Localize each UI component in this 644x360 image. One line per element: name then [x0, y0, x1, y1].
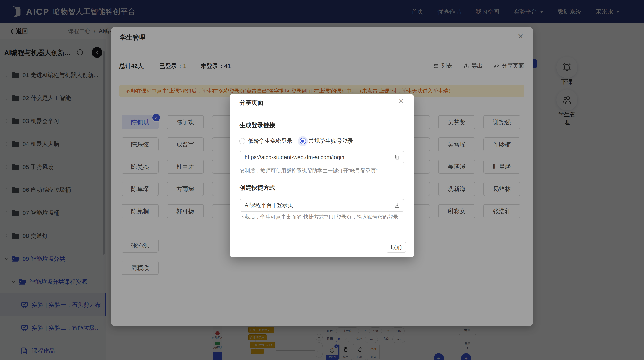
- download-icon[interactable]: [394, 202, 400, 208]
- link-section-title: 生成登录链接: [240, 121, 275, 129]
- copy-icon[interactable]: [394, 154, 400, 160]
- cancel-button[interactable]: 取消: [386, 242, 406, 253]
- login-url-value: https://aicp-student-web.dm-ai.com/login: [244, 151, 344, 163]
- shortcut-name-field[interactable]: AI课程平台 | 登录页: [240, 199, 404, 212]
- dialog-title: 分享页面: [240, 99, 263, 107]
- shortcut-hint: 下载后，学生可点击桌面的“快捷方式”打开登录页，输入账号密码登录: [240, 213, 402, 221]
- shortcut-section-title: 创建快捷方式: [240, 184, 275, 192]
- app-root: AICP 暗物智人工智能科创平台 首页优秀作品我的空间实验平台教研系统宋崇永 返…: [0, 0, 644, 360]
- radio-account-login-label[interactable]: 常规学生账号登录: [308, 137, 353, 145]
- dialog-close-icon[interactable]: ×: [398, 97, 405, 105]
- shortcut-name-value: AI课程平台 | 登录页: [244, 199, 293, 211]
- login-type-radios: 低龄学生免密登录 常规学生账号登录: [239, 137, 353, 145]
- share-page-dialog: 分享页面 × 生成登录链接 低龄学生免密登录 常规学生账号登录 https://…: [230, 94, 414, 257]
- url-hint: 复制后，教师可使用群控系统帮助学生一键打开“账号登录页”: [240, 167, 378, 175]
- radio-account-login[interactable]: [300, 138, 306, 144]
- radio-free-login-label[interactable]: 低龄学生免密登录: [248, 137, 292, 145]
- radio-free-login[interactable]: [239, 138, 245, 144]
- login-url-field[interactable]: https://aicp-student-web.dm-ai.com/login: [240, 151, 404, 163]
